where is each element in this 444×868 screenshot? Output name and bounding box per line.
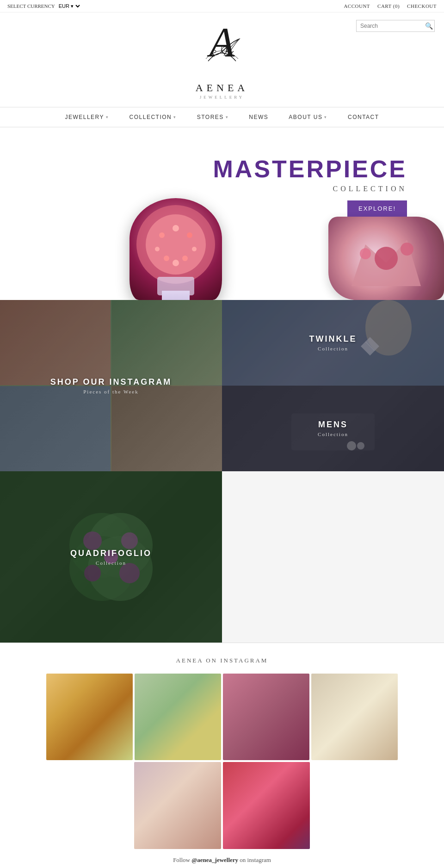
collection-twinkle[interactable]: TWINKLE Collection (222, 300, 444, 386)
instagram-photo-2[interactable] (135, 674, 221, 760)
search-input[interactable] (360, 23, 425, 29)
chevron-down-icon: ▾ (106, 115, 109, 119)
nav-jewellery-label: JEWELLERY (65, 114, 104, 120)
svg-point-14 (375, 247, 398, 270)
nav-about[interactable]: ABOUT US ▾ (278, 107, 338, 127)
cart-link[interactable]: CART (0) (377, 3, 400, 9)
nav-news-label: NEWS (249, 114, 268, 120)
hero-crown-image (328, 217, 444, 300)
currency-label: SELECT CURRENCY (7, 3, 55, 9)
svg-point-4 (159, 232, 165, 238)
nav-contact[interactable]: CONTACT (338, 107, 389, 127)
svg-point-11 (173, 260, 179, 266)
chevron-down-icon: ▾ (173, 115, 177, 119)
instagram-photo-grid (46, 674, 398, 849)
on-instagram-text: on instagram (240, 856, 271, 863)
collection-instagram[interactable]: SHOP OUR INSTAGRAM Pieces of the Week (0, 300, 222, 471)
twinkle-sub: Collection (318, 346, 348, 351)
instagram-title: SHOP OUR INSTAGRAM (50, 377, 172, 387)
svg-point-10 (182, 256, 188, 261)
quadrifoglio-overlay: QUADRIFOGLIO Collection (0, 471, 222, 643)
svg-point-8 (155, 247, 160, 251)
hero-section: MASTERPIECE COLLECTION EXPLORE! (0, 127, 444, 300)
search-bar[interactable]: 🔍 (356, 20, 435, 32)
instagram-section-title: AENEA ON INSTAGRAM (9, 657, 435, 664)
hero-title: MASTERPIECE (0, 155, 407, 183)
svg-point-5 (173, 225, 179, 231)
instagram-overlay: SHOP OUR INSTAGRAM Pieces of the Week (0, 300, 222, 471)
instagram-photo-3[interactable] (223, 674, 309, 760)
search-icon: 🔍 (425, 22, 433, 30)
search-button[interactable]: 🔍 (425, 22, 433, 30)
hero-ring-image (130, 198, 222, 300)
chevron-down-icon: ▾ (226, 115, 229, 119)
svg-point-15 (360, 248, 371, 259)
twinkle-title: TWINKLE (309, 334, 357, 344)
top-bar-right: ACCOUNT CART (0) CHECKOUT (344, 3, 437, 9)
svg-point-7 (192, 247, 197, 251)
svg-point-9 (164, 256, 169, 261)
hero-subtitle: COLLECTION (0, 185, 407, 193)
nav-collection-label: COLLECTION (130, 114, 172, 120)
mens-title: MENS (318, 420, 348, 430)
top-bar: SELECT CURRENCY EUR ▾ USD GBP ACCOUNT CA… (0, 0, 444, 12)
quadrifoglio-title: QUADRIFOGLIO (70, 549, 152, 558)
quadrifoglio-sub: Collection (96, 560, 126, 566)
nav-stores[interactable]: STORES ▾ (187, 107, 239, 127)
nav-about-label: ABOUT US (289, 114, 322, 120)
main-nav: JEWELLERY ▾ COLLECTION ▾ STORES ▾ NEWS A… (0, 107, 444, 127)
collection-quadrifoglio[interactable]: QUADRIFOGLIO Collection (0, 471, 222, 643)
svg-point-16 (401, 243, 413, 256)
chevron-down-icon: ▾ (324, 115, 327, 119)
instagram-section: AENEA ON INSTAGRAM Follow @aenea_jewelle… (0, 643, 444, 868)
nav-news[interactable]: NEWS (239, 107, 278, 127)
instagram-photo-center[interactable] (223, 762, 310, 849)
instagram-photo-5[interactable] (134, 762, 221, 849)
nav-contact-label: CONTACT (348, 114, 379, 120)
checkout-link[interactable]: CHECKOUT (407, 3, 437, 9)
follow-text: Follow (173, 856, 190, 863)
nav-collection[interactable]: COLLECTION ▾ (119, 107, 187, 127)
svg-rect-12 (157, 277, 194, 295)
instagram-photo-4[interactable] (311, 674, 398, 760)
collections-grid: SHOP OUR INSTAGRAM Pieces of the Week TW… (0, 300, 444, 471)
logo-tagline: JEWELLERY (200, 95, 245, 100)
quadrifoglio-row: QUADRIFOGLIO Collection (0, 471, 444, 643)
nav-stores-label: STORES (197, 114, 224, 120)
twinkle-overlay: TWINKLE Collection (222, 300, 444, 386)
mens-overlay: MENS Collection (222, 386, 444, 471)
nav-jewellery[interactable]: JEWELLERY ▾ (55, 107, 119, 127)
instagram-photo-1[interactable] (46, 674, 133, 760)
logo-svg: A 𝒜 (194, 22, 250, 82)
logo-brand: AENEA (196, 82, 249, 94)
svg-point-6 (187, 232, 192, 238)
collection-mens[interactable]: MENS Collection (222, 386, 444, 471)
currency-dropdown[interactable]: EUR ▾ USD GBP (57, 3, 81, 9)
instagram-handle[interactable]: @aenea_jewellery (191, 856, 238, 863)
hero-images (0, 198, 444, 300)
instagram-sub: Pieces of the Week (83, 389, 139, 394)
account-link[interactable]: ACCOUNT (344, 3, 370, 9)
currency-selector[interactable]: SELECT CURRENCY EUR ▾ USD GBP (7, 3, 81, 9)
header: 🔍 A 𝒜 AENEA JEWELLERY (0, 12, 444, 107)
logo-container[interactable]: A 𝒜 AENEA JEWELLERY (194, 17, 250, 107)
instagram-follow: Follow @aenea_jewellery on instagram (9, 856, 435, 864)
right-placeholder (222, 471, 444, 643)
mens-sub: Collection (318, 431, 348, 437)
